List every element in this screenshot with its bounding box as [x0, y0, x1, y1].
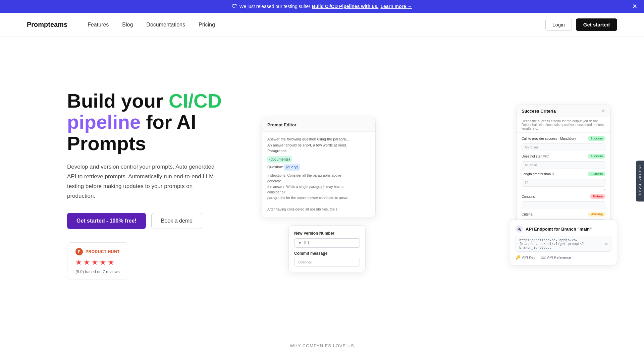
star-5: ★ [108, 258, 114, 267]
version-number-input[interactable]: ▼ 0.1 [294, 238, 360, 248]
sc-input-3[interactable]: 10 [522, 179, 605, 187]
hero-content: Build your CI/CD pipeline for AI Prompts… [67, 90, 241, 280]
sc-row-3-badge: Success [588, 172, 605, 176]
version-card: New Version Number ▼ 0.1 Commit message … [288, 225, 366, 272]
api-header: 🔌 API Endpoint for Branch "main" [516, 225, 611, 233]
nav-item-documentations[interactable]: Documentations [146, 22, 185, 28]
commit-message-input[interactable]: Optional [294, 258, 360, 266]
why-section: WHY COMPANIES LOVE US [0, 333, 644, 352]
sc-row-2-label: Does not start with [522, 155, 588, 158]
api-key-link[interactable]: 🔑 API Key [516, 255, 535, 260]
login-button[interactable]: Login [545, 19, 572, 31]
product-hunt-logo: P [75, 248, 83, 255]
prompt-editor-header: Prompt Editor [262, 118, 375, 132]
star-4: ★ [100, 258, 106, 267]
sc-input-1[interactable]: An fol an [522, 143, 605, 151]
title-normal-1: Build your [67, 90, 169, 112]
api-icon: 🔌 [516, 225, 523, 233]
report-issue-tab[interactable]: REPORT ISSUE [636, 161, 644, 201]
api-key-label: API Key [522, 255, 535, 259]
banner-text-pre: We just released our testing suite! [239, 4, 310, 9]
sc-row-3-label: Length greater than 0... [522, 172, 588, 176]
api-title: API Endpoint for Branch "main" [526, 227, 592, 232]
sc-row-2: Does not start with Success [522, 154, 605, 159]
key-icon: 🔑 [516, 255, 521, 260]
hero-section: Build your CI/CD pipeline for AI Prompts… [0, 37, 644, 333]
logo[interactable]: Prompteams [27, 21, 67, 28]
sc-row-5-label: Criteria [522, 213, 588, 216]
sc-header: Success Criteria ✕ [517, 105, 610, 117]
hero-description: Develop and version control your prompts… [67, 162, 221, 201]
ph-label: PRODUCT HUNT [86, 249, 120, 254]
star-2: ★ [84, 258, 90, 267]
api-reference-label: API Reference [547, 255, 571, 259]
close-banner-button[interactable]: ✕ [632, 3, 637, 9]
star-3: ★ [92, 258, 98, 267]
banner-link[interactable]: Build CI/CD Pipelines with us. [312, 4, 378, 9]
prompt-instructions: Instructions: Consider all the paragraph… [267, 173, 370, 212]
sc-input-2[interactable]: As an ai [522, 161, 605, 169]
navbar: Prompteams Features Blog Documentations … [0, 13, 644, 37]
sc-row-5: Criteria Warning [522, 212, 605, 217]
shield-icon: 🛡 [232, 3, 237, 9]
sc-row-3: Length greater than 0... Success [522, 172, 605, 176]
sc-small-text-3: ↑ [522, 188, 605, 191]
sc-row-1: Call to provider success - Mandatory Suc… [522, 136, 605, 141]
version-value: 0.1 [304, 241, 310, 245]
nav-actions: Login Get started [545, 18, 617, 31]
nav-item-blog[interactable]: Blog [122, 22, 133, 28]
learn-more-link[interactable]: Learn more → [380, 4, 412, 9]
sc-close-button[interactable]: ✕ [601, 108, 605, 114]
sc-row-4-badge: Failure [590, 194, 605, 199]
api-url-box: https://refined-be-3qddja7xa-fo.a.run.ap… [516, 236, 611, 252]
title-purple: pipeline [67, 111, 141, 133]
hero-title: Build your CI/CD pipeline for AI Prompts [67, 90, 241, 154]
prompt-editor-body: Answer the following question using the … [262, 132, 375, 217]
version-arrow: ▼ [298, 241, 302, 245]
hero-mockup: Prompt Editor Answer the following quest… [255, 98, 617, 272]
nav-item-features[interactable]: Features [88, 22, 109, 28]
version-number-label: New Version Number [294, 231, 360, 236]
nav-item-pricing[interactable]: Pricing [199, 22, 215, 28]
sc-input-4[interactable]: I [522, 201, 605, 209]
sc-row-1-label: Call to provider success - Mandatory [522, 137, 588, 140]
title-normal-2: for AI [141, 111, 196, 133]
copy-url-button[interactable]: ⧉ [605, 242, 608, 246]
ph-reviews: (5.0) based on 7 reviews [75, 269, 120, 274]
announcement-banner: 🛡 We just released our testing suite! Bu… [0, 0, 644, 13]
ph-header: P PRODUCT HUNT [75, 248, 120, 255]
commit-placeholder: Optional [298, 260, 312, 264]
sc-row-5-badge: Warning [588, 212, 605, 217]
sc-row-4-label: Contains [522, 195, 590, 198]
star-1: ★ [75, 258, 82, 267]
prompt-text-1: Answer the following question using the … [267, 136, 370, 154]
commit-label: Commit message [294, 251, 360, 256]
nav-links: Features Blog Documentations Pricing [88, 22, 545, 28]
documents-tag: {documents} [267, 156, 292, 163]
ph-stars: ★ ★ ★ ★ ★ [75, 258, 120, 267]
api-endpoint-card: 🔌 API Endpoint for Branch "main" https:/… [510, 220, 617, 265]
book-demo-button[interactable]: Book a demo [151, 213, 202, 229]
product-hunt-badge: P PRODUCT HUNT ★ ★ ★ ★ ★ (5.0) based on … [67, 242, 128, 280]
sc-subtitle: Define the success criteria for the outp… [517, 117, 610, 133]
query-tag: {query} [284, 164, 300, 171]
sc-row-4: Contains Failure [522, 194, 605, 199]
sc-row-2-badge: Success [588, 154, 605, 159]
sc-row-1-badge: Success [588, 136, 605, 141]
api-reference-link[interactable]: 📖 API Reference [541, 255, 571, 260]
why-section-text: WHY COMPANIES LOVE US [290, 343, 354, 348]
api-url: https://refined-be-3qddja7xa-fo.a.run.ap… [519, 238, 605, 249]
prompt-editor-card: Prompt Editor Answer the following quest… [262, 118, 376, 217]
api-links: 🔑 API Key 📖 API Reference [516, 255, 611, 260]
get-started-nav-button[interactable]: Get started [576, 18, 617, 31]
sc-title: Success Criteria [522, 109, 556, 114]
success-criteria-card: Success Criteria ✕ Define the success cr… [517, 105, 610, 236]
hero-buttons: Get started - 100% free! Book a demo [67, 213, 241, 229]
title-line3: Prompts [67, 132, 146, 154]
get-started-hero-button[interactable]: Get started - 100% free! [67, 213, 146, 229]
book-icon: 📖 [541, 255, 546, 260]
title-green: CI/CD [169, 90, 222, 112]
